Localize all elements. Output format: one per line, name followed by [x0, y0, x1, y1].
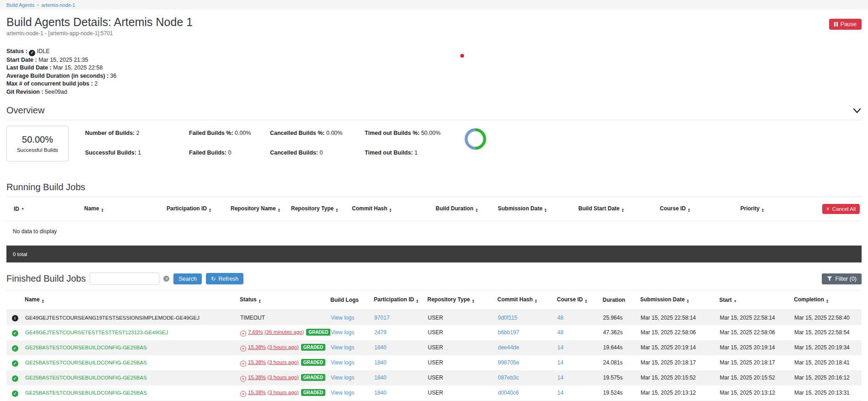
job-name-link[interactable]: GE25BASTESTCOURSEBUILDCONFIG-GE25BAS: [25, 345, 147, 350]
commit-hash-link[interactable]: dee44de: [498, 344, 519, 351]
finished-table-header-row: Name▲▼ Status▲▼ Build Logs Participation…: [6, 290, 862, 310]
job-name-link[interactable]: GE25BASTESTCOURSEBUILDCONFIG-GE25BAS: [25, 375, 147, 380]
column-header-start[interactable]: Start▼: [719, 290, 794, 310]
sort-icon: ▲▼: [544, 208, 547, 213]
breadcrumb-link-build-agents[interactable]: Build Agents: [6, 2, 34, 8]
column-header-build-start-date[interactable]: Build Start Date▲▼: [578, 197, 660, 221]
result-failed-icon: ×: [240, 331, 246, 337]
view-logs-link[interactable]: View logs: [331, 390, 354, 396]
job-name-link[interactable]: GE25BASTESTCOURSEBUILDCONFIG-GE25BAS: [25, 360, 147, 365]
result-score-link[interactable]: 15.38%: [248, 359, 266, 365]
commit-hash-link[interactable]: 087eb3c: [498, 374, 519, 381]
table-row: ✓ GE49GEJTESTCOURSETESTTESTTEST123123-GE…: [6, 325, 862, 340]
view-logs-link[interactable]: View logs: [331, 329, 354, 336]
column-header-submission-date[interactable]: Submission Date▲▼: [640, 290, 719, 310]
view-logs-link[interactable]: View logs: [331, 315, 354, 321]
status-value: IDLE: [37, 48, 50, 54]
column-header-submission-date[interactable]: Submission Date▲▼: [498, 197, 578, 221]
sort-icon: ▲▼: [686, 299, 689, 304]
result-score-link[interactable]: 7.69%: [248, 329, 263, 335]
column-header-status[interactable]: Status▲▼: [240, 290, 330, 310]
commit-hash-link[interactable]: 998705e: [498, 359, 519, 366]
search-input[interactable]: [90, 273, 159, 285]
result-ago-link[interactable]: (3 hours ago): [267, 390, 298, 395]
result-ago-link[interactable]: (36 minutes ago): [264, 329, 304, 335]
column-header-repository-type[interactable]: Repository Type▲▼: [291, 197, 352, 221]
column-header-repository-name[interactable]: Repository Name▲▼: [231, 197, 291, 221]
start-date-line: Start Date : Mar 15, 2025 21:35: [6, 56, 862, 64]
participation-id-link[interactable]: 97017: [374, 315, 389, 321]
search-button[interactable]: Search: [173, 273, 202, 284]
filter-button[interactable]: Filter (0): [822, 273, 862, 284]
overview-heading: Overview: [6, 105, 44, 116]
breadcrumb-separator-icon: ›: [37, 2, 38, 7]
column-header-duration: Duration: [603, 290, 640, 310]
view-logs-link[interactable]: View logs: [331, 344, 354, 351]
table-row: ✓ GE25BASTESTCOURSEBUILDCONFIG-GE25BAS ×…: [6, 385, 862, 401]
help-icon[interactable]: ?: [163, 276, 169, 282]
duration: 25.964s: [603, 315, 623, 321]
column-header-priority[interactable]: Priority▲▼: [740, 197, 804, 221]
table-row: ! GE49GEJTESTCOURSEANG19TESTSESSIONSIMPL…: [6, 310, 862, 325]
sort-icon: ▲▼: [475, 208, 478, 213]
result-ago-link[interactable]: (3 hours ago): [267, 374, 298, 380]
repository-type: USER: [428, 390, 443, 396]
column-header-completion[interactable]: Completion▲▼: [794, 290, 862, 310]
result-ago-link[interactable]: (3 hours ago): [267, 359, 298, 365]
submission-date: Mar 15, 2025 20:18:17: [641, 359, 696, 366]
view-logs-link[interactable]: View logs: [331, 359, 354, 366]
view-logs-link[interactable]: View logs: [331, 374, 354, 381]
job-name-link[interactable]: GE49GEJTESTCOURSETESTTESTTEST123123-GE49…: [25, 330, 168, 335]
job-name-link[interactable]: GE25BASTESTCOURSEBUILDCONFIG-GE25BAS: [25, 390, 147, 396]
column-header-build-duration[interactable]: Build Duration▲▼: [436, 197, 498, 221]
column-header-course-id[interactable]: Course ID▲▼: [557, 290, 603, 310]
stat-col-builds: Number of Builds: 2 Successful Builds: 1: [85, 126, 189, 169]
success-result-icon: ✓: [12, 345, 18, 352]
participation-id-link[interactable]: 1840: [374, 359, 387, 366]
column-header-participation-id[interactable]: Participation ID▲▼: [374, 290, 427, 310]
course-id-link[interactable]: 14: [557, 344, 563, 351]
result-score-link[interactable]: 15.38%: [248, 344, 266, 350]
course-id-link[interactable]: 48: [557, 329, 563, 336]
result-ago-link[interactable]: (3 hours ago): [267, 344, 298, 350]
column-header-name[interactable]: Name▲▼: [25, 290, 240, 310]
stat-col-timedout: Timed out Builds %: 50.00% Timed out Bui…: [365, 126, 456, 169]
column-header-commit-hash[interactable]: Commit Hash▲▼: [352, 197, 436, 221]
refresh-button[interactable]: ↻ Refresh: [206, 273, 243, 284]
completion-date: Mar 15, 2025 22:58:40: [794, 315, 850, 321]
graded-badge: GRADED: [306, 329, 330, 336]
column-header-participation-id[interactable]: Participation ID▲▼: [167, 197, 231, 221]
column-header-name[interactable]: Name▲▼: [84, 197, 167, 221]
course-id-link[interactable]: 14: [557, 359, 563, 366]
start-date: Mar 15, 2025 20:13:12: [720, 390, 775, 396]
result-score-link[interactable]: 15.38%: [248, 390, 266, 395]
commit-hash-link[interactable]: b6bb197: [498, 329, 519, 336]
course-id-link[interactable]: 14: [557, 374, 563, 381]
repository-type: USER: [428, 344, 443, 351]
column-header-repository-type[interactable]: Repository Type▲▼: [427, 290, 497, 310]
duration: 19.575s: [603, 374, 623, 381]
sort-icon: ▲▼: [761, 208, 764, 213]
commit-hash-link[interactable]: 9d0f115: [498, 315, 518, 321]
success-result-icon: ✓: [12, 360, 18, 367]
course-id-link[interactable]: 48: [557, 315, 563, 321]
commit-hash-link[interactable]: d0040c6: [498, 390, 519, 396]
participation-id-link[interactable]: 2479: [374, 329, 387, 336]
column-header-commit-hash[interactable]: Commit Hash▲▼: [497, 290, 557, 310]
course-id-link[interactable]: 14: [557, 390, 563, 396]
result-score-link[interactable]: 15.38%: [248, 374, 266, 380]
finished-build-jobs-section: Finished Build Jobs ? Search ↻ Refresh F…: [6, 273, 862, 401]
running-empty-message: No data to display: [6, 221, 862, 241]
breadcrumb-link-node[interactable]: artemis-node-1: [42, 2, 75, 8]
participation-id-link[interactable]: 1840: [374, 390, 387, 396]
chevron-down-icon[interactable]: [852, 107, 862, 114]
participation-id-link[interactable]: 1840: [374, 374, 387, 381]
pause-button[interactable]: Pause: [829, 19, 862, 30]
column-header-course-id[interactable]: Course ID▲▼: [660, 197, 740, 221]
participation-id-link[interactable]: 1840: [374, 344, 387, 351]
cancel-all-button[interactable]: × Cancel All: [822, 204, 860, 214]
refresh-icon: ↻: [211, 275, 216, 282]
status-idle-icon: ✓: [29, 50, 35, 56]
column-header-id[interactable]: ID▲: [6, 197, 84, 221]
breadcrumb: Build Agents › artemis-node-1: [0, 0, 868, 10]
